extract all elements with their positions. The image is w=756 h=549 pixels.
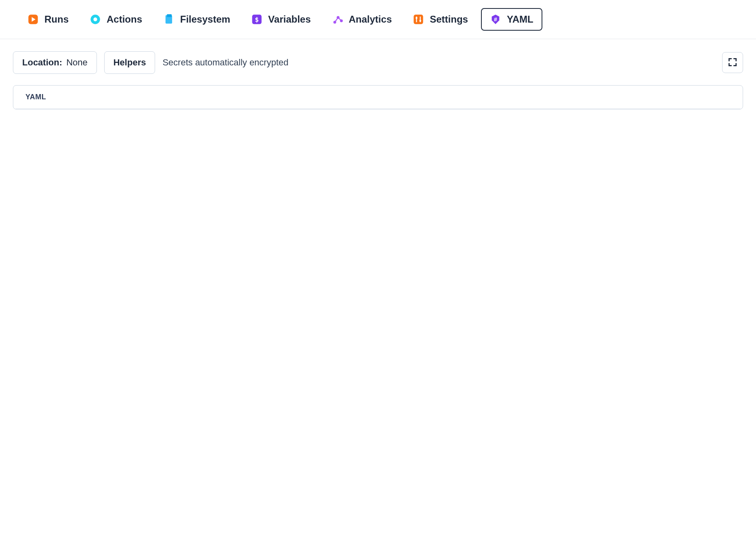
nav-label: Analytics — [349, 14, 392, 25]
nav-variables[interactable]: $ Variables — [243, 9, 319, 30]
fullscreen-icon — [727, 57, 738, 69]
nav-settings[interactable]: Settings — [405, 9, 476, 30]
nav-runs[interactable]: Runs — [19, 9, 77, 30]
location-value: None — [66, 57, 88, 67]
yaml-icon: # — [490, 14, 501, 25]
settings-icon — [413, 14, 424, 25]
nav-label: Variables — [268, 14, 311, 25]
editor-tab-label: YAML — [25, 93, 46, 101]
fullscreen-button[interactable] — [722, 52, 743, 73]
svg-point-16 — [416, 17, 418, 19]
nav-label: Settings — [430, 14, 468, 25]
nav-actions[interactable]: Actions — [82, 9, 150, 30]
nav-label: Runs — [44, 14, 69, 25]
nav-label: Filesystem — [180, 14, 230, 25]
nav-filesystem[interactable]: Filesystem — [155, 9, 238, 30]
svg-point-17 — [420, 20, 422, 22]
helpers-button[interactable]: Helpers — [104, 51, 155, 74]
editor-tab-bar: YAML — [13, 86, 743, 109]
svg-line-11 — [335, 17, 338, 22]
location-label: Location: — [22, 57, 62, 67]
nav-label: Actions — [107, 14, 142, 25]
svg-text:#: # — [494, 16, 497, 23]
location-button[interactable]: Location: None — [13, 51, 97, 74]
svg-rect-5 — [167, 14, 172, 17]
top-nav: Runs Actions Filesystem $ Variables Anal… — [0, 0, 756, 39]
toolbar: Location: None Helpers Secrets automatic… — [0, 39, 756, 82]
svg-line-12 — [338, 17, 341, 21]
svg-rect-13 — [414, 15, 423, 24]
svg-text:$: $ — [255, 16, 259, 23]
nav-label: YAML — [507, 14, 533, 25]
svg-point-3 — [93, 17, 97, 21]
actions-icon — [90, 14, 101, 25]
secrets-text: Secrets automatically encrypted — [162, 57, 288, 68]
nav-analytics[interactable]: Analytics — [324, 9, 400, 30]
nav-yaml[interactable]: # YAML — [481, 8, 542, 31]
analytics-icon — [332, 14, 343, 25]
variables-icon: $ — [251, 14, 262, 25]
editor-panel: YAML - pipeline: "Code style" events: - … — [13, 85, 743, 109]
filesystem-icon — [163, 14, 174, 25]
runs-icon — [27, 14, 39, 25]
